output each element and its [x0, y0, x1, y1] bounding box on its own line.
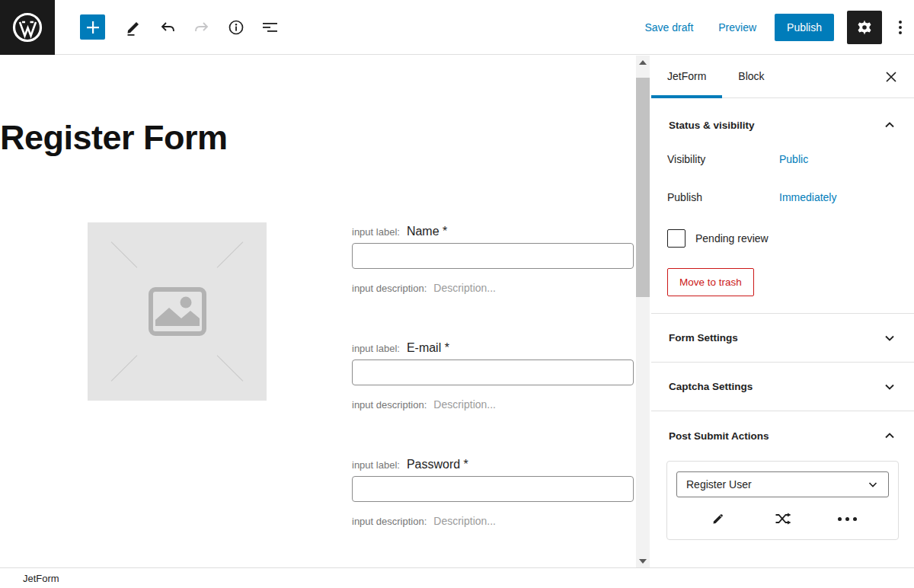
- sidebar-tabs: JetForm Block: [651, 55, 914, 98]
- redo-button[interactable]: [191, 17, 213, 38]
- edit-action-button[interactable]: [703, 509, 733, 529]
- form-settings-header[interactable]: Form Settings: [651, 314, 914, 362]
- save-draft-button[interactable]: Save draft: [644, 21, 693, 34]
- description-prefix: input description:: [352, 399, 427, 411]
- selected-action: Register User: [686, 478, 752, 491]
- visibility-label: Visibility: [667, 153, 779, 165]
- form-settings-panel: Form Settings: [651, 314, 914, 363]
- block-breadcrumb[interactable]: JetForm: [23, 573, 59, 584]
- description-prefix: input description:: [352, 516, 427, 527]
- form-field-name: input label: Name * input description: D…: [352, 225, 634, 294]
- post-submit-actions-header[interactable]: Post Submit Actions: [651, 411, 914, 460]
- password-input[interactable]: [352, 476, 634, 502]
- publish-value-button[interactable]: Immediately: [779, 191, 836, 203]
- settings-toggle-button[interactable]: [847, 11, 882, 44]
- tab-block[interactable]: Block: [722, 55, 780, 97]
- move-to-trash-button[interactable]: Move to trash: [667, 268, 754, 296]
- field-label[interactable]: Name *: [407, 225, 447, 238]
- field-label[interactable]: E-mail *: [407, 341, 449, 355]
- edit-mode-button[interactable]: [123, 17, 144, 38]
- description-prefix: input description:: [352, 283, 427, 294]
- plus-icon: [85, 19, 101, 36]
- options-menu-button[interactable]: [894, 11, 906, 44]
- visibility-value-button[interactable]: Public: [779, 153, 808, 165]
- status-visibility-header[interactable]: Status & visibility: [651, 98, 914, 152]
- pencil-icon: [124, 18, 142, 37]
- conditions-action-button[interactable]: [768, 509, 798, 529]
- panel-title: Form Settings: [669, 332, 738, 344]
- list-view-button[interactable]: [260, 17, 281, 38]
- redo-icon: [193, 18, 211, 37]
- field-description[interactable]: Description...: [433, 515, 496, 527]
- chevron-down-icon: [883, 331, 896, 345]
- gear-icon: [855, 18, 874, 37]
- field-description-row: input description: Description...: [352, 398, 634, 411]
- form-field-email: input label: E-mail * input description:…: [352, 341, 634, 411]
- action-buttons-row: [676, 497, 889, 533]
- captcha-settings-header[interactable]: Captcha Settings: [651, 363, 914, 411]
- pending-review-row[interactable]: Pending review: [667, 229, 898, 248]
- captcha-settings-panel: Captcha Settings: [651, 363, 914, 411]
- form-field-password: input label: Password * input descriptio…: [352, 458, 634, 527]
- field-label-row: input label: Password *: [352, 458, 634, 471]
- chevron-down-icon: [883, 380, 896, 394]
- shuffle-icon: [775, 513, 791, 525]
- placeholder-corner: [111, 355, 138, 382]
- editor-footer: JetForm: [0, 567, 914, 588]
- action-type-select[interactable]: Register User: [676, 471, 889, 497]
- submit-action-card: Register User: [666, 461, 899, 540]
- tab-jetform[interactable]: JetForm: [651, 55, 722, 97]
- field-description[interactable]: Description...: [433, 282, 496, 294]
- publish-label: Publish: [667, 191, 779, 203]
- scroll-up-icon: [639, 60, 647, 65]
- wordpress-logo-icon: [11, 11, 43, 43]
- pencil-icon: [711, 511, 726, 526]
- visibility-row: Visibility Public: [667, 153, 898, 165]
- scroll-down-button[interactable]: [636, 554, 650, 567]
- undo-button[interactable]: [157, 17, 178, 38]
- editor-canvas: Register Form input label: Name * input …: [0, 56, 636, 567]
- image-placeholder-block[interactable]: [88, 222, 267, 401]
- name-input[interactable]: [352, 243, 634, 269]
- publish-button[interactable]: Publish: [775, 14, 834, 41]
- scrollbar-thumb[interactable]: [636, 78, 650, 297]
- editor-header: Save draft Preview Publish: [0, 0, 914, 55]
- scroll-down-icon: [639, 559, 647, 564]
- chevron-up-icon: [883, 118, 896, 132]
- field-label-row: input label: E-mail *: [352, 341, 634, 355]
- kebab-dot: [899, 26, 902, 29]
- chevron-up-icon: [883, 429, 896, 443]
- panel-title: Captcha Settings: [669, 381, 753, 392]
- email-input[interactable]: [352, 360, 634, 385]
- close-sidebar-button[interactable]: [879, 65, 903, 89]
- status-visibility-panel: Status & visibility Visibility Public Pu…: [651, 98, 914, 314]
- info-icon: [227, 18, 245, 37]
- post-title[interactable]: Register Form: [0, 118, 228, 158]
- details-button[interactable]: [225, 17, 247, 38]
- field-description[interactable]: Description...: [433, 398, 496, 411]
- placeholder-corner: [217, 355, 244, 382]
- add-block-button[interactable]: [80, 14, 105, 40]
- field-description-row: input description: Description...: [352, 515, 634, 527]
- image-icon: [148, 286, 207, 337]
- preview-button[interactable]: Preview: [718, 21, 756, 34]
- header-actions: Save draft Preview Publish: [644, 0, 906, 55]
- chevron-down-icon: [867, 478, 879, 491]
- canvas-scrollbar[interactable]: [636, 56, 650, 567]
- wordpress-logo-button[interactable]: [0, 0, 55, 55]
- field-label[interactable]: Password *: [407, 458, 468, 471]
- placeholder-corner: [217, 241, 244, 268]
- status-visibility-body: Visibility Public Publish Immediately Pe…: [651, 153, 914, 313]
- panel-title: Status & visibility: [669, 120, 755, 131]
- more-action-button[interactable]: [833, 509, 863, 529]
- pending-review-label[interactable]: Pending review: [695, 232, 769, 244]
- ellipsis-icon: [838, 517, 857, 521]
- close-icon: [885, 71, 897, 83]
- field-description-row: input description: Description...: [352, 282, 634, 294]
- label-prefix: input label:: [352, 226, 400, 238]
- scroll-up-button[interactable]: [636, 56, 650, 69]
- list-view-icon: [260, 18, 280, 37]
- pending-review-checkbox[interactable]: [667, 229, 686, 248]
- kebab-dot: [899, 31, 902, 34]
- label-prefix: input label:: [352, 459, 400, 471]
